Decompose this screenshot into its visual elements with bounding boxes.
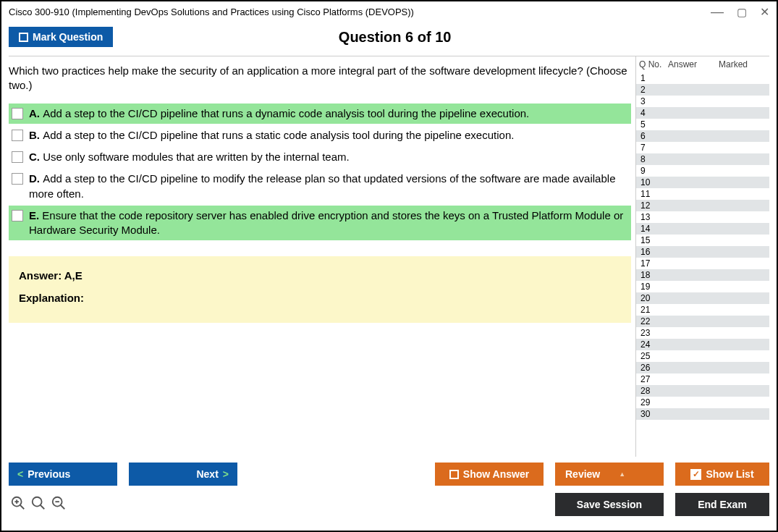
option-checkbox[interactable] bbox=[12, 108, 23, 119]
maximize-icon[interactable]: ▢ bbox=[737, 6, 747, 19]
option-row[interactable]: D. Add a step to the CI/CD pipeline to m… bbox=[9, 169, 631, 204]
answer-line: Answer: A,E bbox=[19, 269, 621, 282]
zoom-controls bbox=[9, 495, 67, 515]
save-session-button[interactable]: Save Session bbox=[555, 493, 664, 516]
qlist-row[interactable]: 23 bbox=[636, 327, 769, 339]
app-window: Cisco 300-910 (Implementing DevOps Solut… bbox=[0, 0, 778, 532]
option-text: D. Add a step to the CI/CD pipeline to m… bbox=[29, 172, 627, 201]
option-checkbox[interactable] bbox=[12, 151, 23, 163]
option-body: Add a step to the CI/CD pipeline that ru… bbox=[43, 107, 529, 119]
qlist-row[interactable]: 24 bbox=[636, 339, 769, 350]
option-body: Add a step to the CI/CD pipeline that ru… bbox=[43, 129, 514, 141]
svg-line-5 bbox=[41, 504, 45, 509]
mark-question-button[interactable]: Mark Question bbox=[9, 27, 113, 47]
previous-button[interactable]: < Previous bbox=[9, 463, 117, 486]
titlebar: Cisco 300-910 (Implementing DevOps Solut… bbox=[1, 1, 777, 22]
option-row[interactable]: C. Use only software modules that are wr… bbox=[9, 147, 631, 167]
qlist-row[interactable]: 18 bbox=[636, 269, 769, 281]
checkbox-icon bbox=[19, 33, 28, 42]
question-text: Which two practices help make the securi… bbox=[9, 64, 631, 93]
header-row: Mark Question Question 6 of 10 bbox=[9, 22, 769, 56]
option-text: C. Use only software modules that are wr… bbox=[29, 150, 350, 164]
svg-line-1 bbox=[20, 504, 25, 509]
qlist-row[interactable]: 11 bbox=[636, 188, 769, 200]
content-area: Mark Question Question 6 of 10 Which two… bbox=[1, 22, 777, 531]
qlist-row[interactable]: 17 bbox=[636, 258, 769, 269]
option-checkbox[interactable] bbox=[12, 210, 23, 221]
review-label: Review bbox=[565, 468, 600, 480]
qlist-row[interactable]: 10 bbox=[636, 177, 769, 188]
qlist-row[interactable]: 30 bbox=[636, 408, 769, 420]
option-text: E. Ensure that the code repository serve… bbox=[29, 208, 627, 238]
end-exam-button[interactable]: End Exam bbox=[675, 493, 769, 516]
col-answer: Answer bbox=[668, 59, 719, 69]
end-exam-label: End Exam bbox=[698, 499, 747, 510]
question-list-pane: Q No. Answer Marked 12345678910111213141… bbox=[635, 56, 769, 457]
option-row[interactable]: B. Add a step to the CI/CD pipeline that… bbox=[9, 125, 631, 145]
qlist-row[interactable]: 25 bbox=[636, 350, 769, 362]
qlist-row[interactable]: 8 bbox=[636, 153, 769, 165]
svg-line-7 bbox=[61, 504, 65, 509]
qlist-row[interactable]: 3 bbox=[636, 96, 769, 107]
qlist-row[interactable]: 29 bbox=[636, 397, 769, 408]
previous-label: Previous bbox=[28, 468, 70, 480]
show-answer-button[interactable]: Show Answer bbox=[435, 463, 544, 486]
explanation-label: Explanation: bbox=[19, 292, 621, 304]
footer-row-1: < Previous Next > Show Answer Review ▲ bbox=[9, 463, 769, 486]
minimize-icon[interactable]: — bbox=[711, 4, 724, 20]
option-label: D. bbox=[29, 172, 43, 185]
option-label: B. bbox=[29, 129, 43, 141]
qlist-row[interactable]: 6 bbox=[636, 130, 769, 142]
chevron-left-icon: < bbox=[17, 468, 23, 480]
next-label: Next bbox=[196, 468, 218, 480]
option-row[interactable]: E. Ensure that the code repository serve… bbox=[9, 206, 631, 241]
qlist-row[interactable]: 15 bbox=[636, 235, 769, 246]
qlist-header: Q No. Answer Marked bbox=[636, 56, 769, 72]
qlist-row[interactable]: 7 bbox=[636, 142, 769, 153]
zoom-out-icon[interactable] bbox=[51, 495, 67, 515]
option-body: Add a step to the CI/CD pipeline to modi… bbox=[29, 172, 615, 199]
qlist-row[interactable]: 13 bbox=[636, 211, 769, 223]
options-list: A. Add a step to the CI/CD pipeline that… bbox=[9, 104, 631, 241]
qlist-row[interactable]: 21 bbox=[636, 304, 769, 316]
qlist-row[interactable]: 22 bbox=[636, 316, 769, 327]
option-checkbox[interactable] bbox=[12, 173, 23, 185]
chevron-right-icon: > bbox=[223, 468, 229, 480]
qlist-row[interactable]: 9 bbox=[636, 165, 769, 177]
window-title: Cisco 300-910 (Implementing DevOps Solut… bbox=[9, 7, 414, 17]
qlist-body[interactable]: 1234567891011121314151617181920212223242… bbox=[636, 72, 769, 457]
next-button[interactable]: Next > bbox=[129, 463, 237, 486]
qlist-row[interactable]: 16 bbox=[636, 246, 769, 258]
close-icon[interactable]: ✕ bbox=[760, 5, 769, 19]
question-heading: Question 6 of 10 bbox=[113, 29, 677, 46]
show-list-button[interactable]: ✓ Show List bbox=[675, 463, 769, 486]
qlist-row[interactable]: 26 bbox=[636, 362, 769, 373]
qlist-row[interactable]: 20 bbox=[636, 292, 769, 304]
qlist-row[interactable]: 12 bbox=[636, 200, 769, 211]
zoom-reset-icon[interactable] bbox=[30, 495, 46, 515]
option-label: A. bbox=[29, 107, 43, 119]
qlist-row[interactable]: 14 bbox=[636, 223, 769, 235]
option-checkbox[interactable] bbox=[12, 130, 23, 141]
option-text: A. Add a step to the CI/CD pipeline that… bbox=[29, 106, 529, 121]
question-pane: Which two practices help make the securi… bbox=[9, 56, 633, 457]
option-label: C. bbox=[29, 151, 43, 163]
qlist-row[interactable]: 2 bbox=[636, 84, 769, 96]
review-button[interactable]: Review ▲ bbox=[555, 463, 664, 486]
qlist-row[interactable]: 27 bbox=[636, 373, 769, 385]
answer-box: Answer: A,E Explanation: bbox=[9, 256, 631, 323]
qlist-row[interactable]: 19 bbox=[636, 281, 769, 292]
qlist-row[interactable]: 28 bbox=[636, 385, 769, 397]
option-row[interactable]: A. Add a step to the CI/CD pipeline that… bbox=[9, 104, 631, 124]
option-label: E. bbox=[29, 209, 42, 221]
qlist-row[interactable]: 4 bbox=[636, 107, 769, 119]
window-controls: — ▢ ✕ bbox=[711, 4, 769, 20]
body-row: Which two practices help make the securi… bbox=[9, 56, 769, 457]
mark-question-label: Mark Question bbox=[33, 31, 103, 43]
zoom-in-icon[interactable] bbox=[10, 495, 26, 515]
qlist-row[interactable]: 1 bbox=[636, 72, 769, 84]
qlist-row[interactable]: 5 bbox=[636, 119, 769, 130]
svg-point-4 bbox=[33, 497, 42, 506]
show-list-label: Show List bbox=[706, 468, 753, 480]
show-answer-label: Show Answer bbox=[463, 468, 529, 480]
